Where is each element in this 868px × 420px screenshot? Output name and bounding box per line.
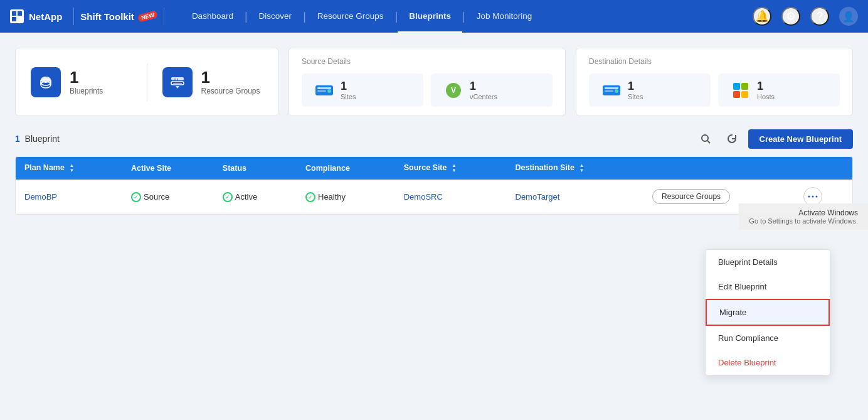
compliance-text: Healthy [318, 192, 346, 202]
summary-divider [147, 63, 147, 101]
refresh-button[interactable] [722, 129, 742, 149]
source-sites-icon [314, 80, 334, 100]
resource-groups-icon [162, 67, 193, 97]
section-actions: Create New Blueprint [696, 129, 853, 149]
svg-rect-16 [605, 87, 618, 89]
nav-resource-groups[interactable]: Resource Groups [306, 0, 395, 33]
col-source-site: Source Site ▲▼ [395, 157, 507, 180]
cell-active-site: ✓ Source [122, 180, 214, 214]
source-sites-count: 1 [341, 80, 356, 93]
create-blueprint-button[interactable]: Create New Blueprint [748, 129, 853, 149]
netapp-label: NetApp [29, 11, 62, 22]
col-actions [643, 157, 795, 180]
col-status: Status [214, 157, 297, 180]
dropdown-run-compliance[interactable]: Run Compliance [706, 326, 830, 350]
dest-hosts-text: 1 Hosts [757, 80, 775, 100]
svg-rect-10 [317, 87, 331, 89]
svg-rect-11 [317, 90, 326, 92]
source-title: Source Details [302, 57, 553, 66]
destination-site-link[interactable]: DemoTarget [516, 192, 560, 202]
source-sites-text: 1 Sites [341, 80, 356, 100]
cell-destination-site: DemoTarget [507, 180, 644, 214]
resource-groups-button[interactable]: Resource Groups [652, 189, 730, 204]
cell-source-site: DemoSRC [395, 180, 507, 214]
summary-row: 1 Blueprints 1 [15, 48, 853, 116]
dest-sites-icon [601, 80, 622, 100]
table-row: DemoBP ✓ Source ✓ Active [16, 180, 852, 214]
svg-point-12 [327, 89, 331, 93]
dropdown-edit-blueprint[interactable]: Edit Blueprint [706, 274, 830, 299]
dest-sites-count: 1 [628, 80, 643, 93]
blueprints-count: 1 [70, 68, 103, 87]
dest-sites-text: 1 Sites [628, 80, 643, 100]
source-site-link[interactable]: DemoSRC [404, 192, 443, 202]
status-check-icon: ✓ [223, 192, 233, 202]
status-text: Active [235, 192, 257, 202]
svg-rect-20 [741, 83, 748, 90]
source-vcenters-text: 1 vCenters [470, 80, 497, 100]
active-site-text: Source [144, 192, 169, 202]
destination-details-card: Destination Details 1 Sites [576, 48, 853, 116]
brand-logo: NetApp [10, 9, 62, 23]
col-more [795, 157, 852, 180]
blueprints-table: Plan Name ▲▼ Active Site Status Complian… [16, 157, 852, 214]
resource-groups-label: Resource Groups [201, 87, 260, 95]
cell-status: ✓ Active [214, 180, 297, 214]
new-badge: NEW [137, 10, 158, 23]
dest-hosts-count: 1 [757, 80, 775, 93]
cell-compliance: ✓ Healthy [297, 180, 395, 214]
svg-rect-22 [741, 91, 748, 98]
nav-blueprints[interactable]: Blueprints [398, 0, 462, 33]
plan-name-link[interactable]: DemoBP [24, 192, 57, 202]
source-vcenters-label: vCenters [470, 93, 497, 100]
dest-sites-item: 1 Sites [589, 73, 711, 107]
notifications-icon[interactable]: 🔔 [753, 7, 771, 26]
dest-hosts-label: Hosts [757, 93, 775, 100]
nav-dashboard[interactable]: Dashboard [181, 0, 245, 33]
active-site-check-icon: ✓ [131, 192, 141, 202]
help-icon[interactable]: ? [810, 7, 829, 26]
search-button[interactable] [696, 129, 716, 149]
blueprints-summary-item: 1 Blueprints [31, 67, 132, 97]
svg-rect-17 [605, 90, 613, 92]
destination-title: Destination Details [589, 57, 840, 66]
dest-sites-label: Sites [628, 93, 643, 100]
dest-hosts-icon [731, 80, 751, 100]
avatar[interactable]: 👤 [839, 7, 858, 26]
windows-activation-subtitle: Go to Settings to activate Windows. [749, 217, 858, 225]
nav-divider [73, 8, 74, 25]
windows-activation: Activate Windows Go to Settings to activ… [739, 203, 868, 230]
col-destination-site: Destination Site ▲▼ [507, 157, 644, 180]
dropdown-blueprint-details[interactable]: Blueprint Details [706, 250, 830, 274]
compliance-check-icon: ✓ [305, 192, 315, 202]
col-active-site: Active Site [122, 157, 214, 180]
col-compliance: Compliance [297, 157, 395, 180]
active-site-badge: ✓ Source [131, 192, 169, 202]
nav-divider-2 [164, 8, 164, 25]
settings-icon[interactable]: ⚙ [781, 7, 800, 26]
source-sites-item: 1 Sites [302, 73, 423, 107]
source-items-row: 1 Sites V 1 vCenters [302, 73, 553, 107]
compliance-badge: ✓ Healthy [305, 192, 346, 202]
dropdown-delete-blueprint[interactable]: Delete Blueprint [706, 350, 830, 375]
blueprints-summary-text: 1 Blueprints [70, 68, 103, 95]
col-plan-name: Plan Name ▲▼ [16, 157, 122, 180]
nav-discover[interactable]: Discover [248, 0, 304, 33]
svg-point-25 [808, 196, 810, 198]
dest-hosts-item: 1 Hosts [718, 73, 840, 107]
source-sites-label: Sites [341, 93, 356, 100]
netapp-icon [10, 9, 24, 23]
blueprints-icon [31, 67, 61, 97]
section-count-number: 1 [15, 134, 20, 144]
svg-point-18 [615, 89, 618, 93]
svg-point-23 [702, 135, 708, 141]
svg-marker-8 [176, 86, 179, 89]
dropdown-migrate[interactable]: Migrate [706, 299, 830, 326]
svg-rect-21 [733, 91, 740, 98]
summary-main-card: 1 Blueprints 1 [15, 48, 278, 116]
nav-job-monitoring[interactable]: Job Monitoring [465, 0, 544, 33]
source-details-card: Source Details 1 Sites [288, 48, 566, 116]
source-vcenters-count: 1 [470, 80, 497, 93]
blueprints-label: Blueprints [70, 87, 103, 95]
svg-rect-0 [12, 11, 16, 16]
